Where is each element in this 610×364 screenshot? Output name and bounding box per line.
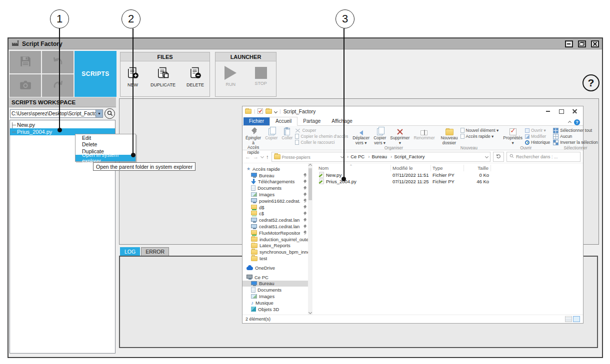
sidebar-item-cedrat51[interactable]: cedrat51.cedrat.lan [242, 223, 308, 230]
context-menu-open-in-explorer[interactable]: Open in system explorer [76, 155, 136, 162]
sidebar-item-documents-pc[interactable]: Documents [242, 287, 308, 293]
sidebar-item-musique[interactable]: ♪Musique [242, 300, 308, 306]
history-button[interactable]: Historique [525, 139, 550, 145]
sidebar-item-induction[interactable]: induction_squirrel_outerRotor_3p [242, 236, 308, 243]
scroll-down-icon[interactable] [308, 311, 312, 314]
column-nom[interactable]: Nom [317, 165, 391, 171]
combo-dropdown-icon[interactable]: ▾ [96, 110, 102, 117]
sidebar-item-quick-access[interactable]: ★Accès rapide [242, 166, 308, 172]
scroll-up-icon[interactable] [308, 164, 312, 167]
sidebar-item-c-share[interactable]: c$ [242, 211, 308, 217]
back-icon[interactable]: ← [245, 154, 250, 160]
minimize-icon[interactable] [565, 40, 573, 47]
close-icon[interactable] [591, 40, 599, 47]
callout-line-1 [59, 28, 60, 128]
tab-affichage[interactable]: Affichage [326, 117, 358, 125]
tab-partage[interactable]: Partage [298, 117, 326, 125]
file-row-newpy[interactable]: New.py 07/11/2022 11:51 Fichier PY 0 Ko [317, 172, 580, 178]
folder-qat-icon[interactable] [266, 109, 272, 114]
sidebar-item-documents[interactable]: Documents [242, 185, 308, 191]
cut-button[interactable]: Couper [295, 127, 348, 133]
tab-fichier[interactable]: Fichier [244, 117, 270, 125]
undo-button[interactable] [42, 51, 74, 73]
help-button[interactable]: ? [582, 74, 600, 91]
copy-path-button[interactable]: Copier le chemin d'accès [295, 133, 348, 139]
open-button[interactable]: Ouvrir ▾ [525, 127, 550, 133]
paste-button[interactable]: Coller [280, 127, 294, 141]
column-modifie-le[interactable]: Modifié le [391, 165, 431, 171]
sidebar-item-ce-pc[interactable]: Ce PC [242, 274, 308, 281]
edit-button[interactable]: Modifier [525, 133, 550, 139]
new-folder-button[interactable]: Nouveau dossier [439, 127, 459, 145]
refresh-button[interactable] [493, 152, 504, 162]
collapse-ribbon-icon[interactable] [568, 120, 572, 124]
explorer-close-icon[interactable] [570, 108, 580, 115]
file-row-prius[interactable]: Prius_2004.py 07/11/2022 11:25 Fichier P… [317, 178, 580, 185]
checkbox-qat-icon[interactable] [258, 108, 263, 115]
sidebar-item-d-share[interactable]: d$ [242, 204, 308, 211]
paste-shortcut-button[interactable]: Coller le raccourci [295, 139, 348, 145]
new-item-button[interactable]: Nouvel élément ▾ [460, 127, 499, 133]
sidebar-item-test[interactable]: test [242, 255, 308, 262]
sidebar-item-images[interactable]: Images [242, 191, 308, 198]
workspace-file-newpy[interactable]: New.py [10, 121, 115, 128]
scripts-button[interactable]: SCRIPTS [74, 51, 116, 97]
crumb-bureau[interactable]: Bureau [366, 154, 387, 159]
select-none-button[interactable]: Aucun [553, 133, 598, 139]
explorer-maximize-icon[interactable] [556, 108, 567, 115]
large-icons-view-icon[interactable] [573, 316, 580, 322]
qat-dropdown-icon[interactable] [274, 109, 278, 113]
explorer-search-input[interactable]: Rechercher dans : ... [506, 152, 580, 162]
maximize-icon[interactable] [578, 40, 586, 47]
sidebar-item-powin[interactable]: powin61682.cedrat.lan [242, 198, 308, 204]
delete-script-button[interactable]: DELETE [186, 66, 204, 87]
details-view-icon[interactable] [565, 316, 572, 322]
workspace-path-combobox[interactable]: C:\Users\sperez\Desktop\Script_Factory ▾ [10, 109, 103, 118]
column-type[interactable]: Type [431, 165, 464, 171]
browse-folder-button[interactable] [104, 108, 115, 119]
rename-button[interactable]: Renommer [412, 127, 436, 141]
sidebar-item-images-pc[interactable]: Images [242, 293, 308, 300]
tab-error[interactable]: ERROR [141, 247, 169, 256]
context-menu-delete[interactable]: Delete [76, 141, 136, 148]
save-button[interactable] [10, 51, 41, 73]
redo-button[interactable] [42, 74, 74, 97]
recent-locations-icon[interactable] [260, 155, 264, 158]
sidebar-item-downloads[interactable]: Téléchargements [242, 179, 308, 185]
breadcrumb[interactable]: Ce PC Bureau Script_Factory [272, 152, 491, 162]
sidebar-scrollbar[interactable] [308, 163, 312, 315]
sidebar-item-onedrive[interactable]: OneDrive [242, 265, 308, 271]
properties-button[interactable]: Propriétés ▾ [502, 127, 524, 145]
tab-accueil[interactable]: Accueil [270, 117, 298, 126]
address-dropdown-icon[interactable] [485, 155, 488, 158]
sidebar-item-bureau[interactable]: Bureau [242, 172, 308, 179]
sidebar-item-fluxmotor[interactable]: FluxMotorRepository [242, 230, 308, 236]
explorer-help-icon[interactable]: ? [574, 119, 580, 125]
duplicate-script-button[interactable]: DUPLICATE [150, 66, 176, 87]
move-to-button[interactable]: Déplacer vers ▾ [351, 127, 371, 145]
sidebar-item-latex-reports[interactable]: Latex_Reports [242, 243, 308, 249]
invert-selection-button[interactable]: Inverser la sélection [553, 139, 598, 145]
run-button[interactable]: RUN [224, 66, 236, 87]
explorer-minimize-icon[interactable] [542, 108, 554, 115]
sidebar-item-synchronous[interactable]: synchronous_bpm_innerRotor_3p [242, 249, 308, 255]
column-taille[interactable]: Taille [464, 165, 491, 171]
delete-button[interactable]: Supprimer ▾ [388, 127, 411, 145]
sidebar-item-objets-3d[interactable]: Objets 3D [242, 306, 308, 313]
context-menu-edit[interactable]: Edit [76, 134, 136, 141]
sidebar-item-bureau-selected[interactable]: Bureau [242, 281, 308, 287]
up-icon[interactable]: ↑ [266, 154, 269, 160]
copy-to-button[interactable]: Copier vers ▾ [372, 127, 388, 145]
quick-access-button[interactable]: Accès rapide ▾ [460, 133, 499, 139]
select-all-button[interactable]: Sélectionner tout [553, 127, 598, 133]
copy-button[interactable]: Copier [264, 127, 279, 141]
screenshot-button[interactable] [10, 74, 41, 97]
sidebar-item-cedrat52[interactable]: cedrat52.cedrat.lan [242, 217, 308, 223]
crumb-script-factory[interactable]: Script_Factory [388, 154, 424, 159]
forward-icon[interactable]: → [253, 154, 258, 160]
ribbon-group-organize: Déplacer vers ▾ Copier vers ▾ Supprimer … [350, 126, 438, 150]
scrollbar-thumb[interactable] [308, 168, 312, 200]
crumb-ce-pc[interactable]: Ce PC [345, 154, 364, 159]
tab-log[interactable]: LOG [120, 247, 140, 256]
stop-button[interactable]: STOP [254, 66, 266, 86]
